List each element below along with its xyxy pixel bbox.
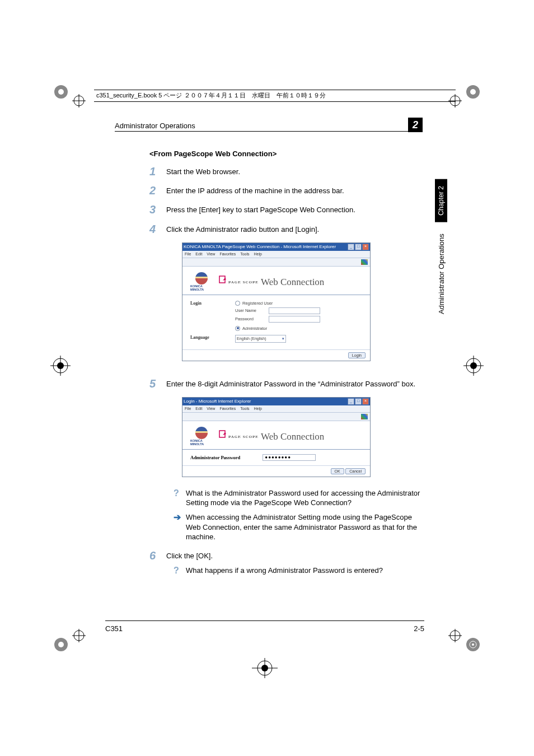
menu-favorites[interactable]: Favorites: [219, 407, 236, 410]
password-label: Password: [235, 316, 269, 321]
konica-minolta-logo: KONICA MINOLTA: [190, 427, 213, 446]
ie-titlebar: KONICA MINOLTA PageScope Web Connection …: [182, 243, 370, 251]
close-button[interactable]: ×: [362, 398, 369, 405]
menu-view[interactable]: View: [207, 407, 215, 410]
language-label: Language: [190, 335, 235, 343]
print-job-header: c351_security_E.book 5 ページ ２００７年４月１１日 水曜…: [94, 90, 456, 102]
username-label: User Name: [235, 308, 269, 313]
ie-menubar: File Edit View Favorites Tools Help: [182, 251, 370, 258]
svg-point-26: [261, 665, 268, 671]
ie-menubar: File Edit View Favorites Tools Help: [182, 405, 370, 413]
step-number: 3: [149, 204, 166, 215]
step-text: Click the [OK].: [166, 550, 213, 561]
menu-file[interactable]: File: [185, 407, 191, 410]
side-tab: Chapter 2 Administrator Operations: [435, 179, 447, 351]
svg-point-9: [470, 89, 476, 95]
admin-password-label: Administrator Password: [190, 455, 240, 460]
side-section-label: Administrator Operations: [437, 234, 446, 351]
menu-edit[interactable]: Edit: [195, 407, 202, 410]
menu-edit[interactable]: Edit: [195, 252, 202, 256]
note-question-1: ? What is the Administrator Password use…: [174, 488, 423, 508]
note-text: What happens if a wrong Administrator Pa…: [186, 566, 383, 576]
registered-user-label: Registered User: [242, 301, 273, 306]
step-4: 4 Click the Administrator radio button a…: [149, 223, 423, 235]
admin-password-input[interactable]: ●●●●●●●●: [263, 454, 316, 461]
step-2: 2 Enter the IP address of the machine in…: [149, 185, 423, 196]
pagescope-icon: [218, 430, 227, 441]
menu-help[interactable]: Help: [254, 407, 262, 410]
menu-file[interactable]: File: [185, 252, 191, 256]
step-number: 4: [149, 223, 166, 235]
step-text: Start the Web browser.: [166, 166, 240, 177]
ie-toolbar: [182, 413, 370, 421]
window-title: Login - Microsoft Internet Explorer: [184, 399, 251, 404]
ie-toolbar: [182, 258, 370, 267]
ie-flag-icon: [361, 414, 368, 419]
step-number: 1: [149, 166, 166, 177]
language-select[interactable]: English (English) ▾: [235, 335, 286, 343]
menu-tools[interactable]: Tools: [240, 407, 249, 410]
footer-model: C351: [105, 624, 123, 633]
svg-point-19: [58, 642, 64, 647]
menu-tools[interactable]: Tools: [240, 252, 249, 256]
administrator-label: Administrator: [242, 326, 267, 331]
note-answer-1: ➔ When accessing the Administrator Setti…: [174, 512, 423, 542]
ie-flag-icon: [361, 259, 368, 265]
ie-titlebar: Login - Microsoft Internet Explorer _ □ …: [182, 398, 370, 405]
page-content: Administrator Operations 2 <From PageSco…: [115, 118, 423, 575]
print-job-text: c351_security_E.book 5 ページ ２００７年４月１１日 水曜…: [96, 92, 326, 99]
step-text: Press the [Enter] key to start PageScope…: [166, 204, 355, 215]
crop-mark-mid-left: [50, 356, 76, 378]
menu-favorites[interactable]: Favorites: [219, 252, 236, 256]
pagescope-logo: PAGE SCOPEWeb Connection: [218, 430, 324, 442]
administrator-radio[interactable]: [235, 326, 240, 331]
crop-mark-bottom-right: [447, 619, 481, 655]
screenshot-login: KONICA MINOLTA PageScope Web Connection …: [182, 242, 371, 361]
step-text: Click the Administrator radio button and…: [166, 223, 319, 235]
note-question-2: ? What happens if a wrong Administrator …: [174, 566, 423, 576]
konica-minolta-logo: KONICA MINOLTA: [190, 272, 213, 291]
pagescope-header: KONICA MINOLTA PAGE SCOPEWeb Connection: [182, 421, 370, 450]
step-3: 3 Press the [Enter] key to start PageSco…: [149, 204, 423, 215]
step-number: 6: [149, 550, 166, 561]
svg-point-32: [472, 643, 474, 646]
minimize-button[interactable]: _: [348, 244, 354, 250]
minimize-button[interactable]: _: [348, 398, 354, 405]
chevron-down-icon: ▾: [282, 337, 284, 341]
window-title: KONICA MINOLTA PageScope Web Connection …: [184, 244, 336, 249]
pagescope-header: KONICA MINOLTA PAGE SCOPEWeb Connection: [182, 267, 370, 295]
maximize-button[interactable]: □: [355, 244, 362, 250]
crop-mark-bottom-center: [252, 658, 278, 680]
login-label: Login: [190, 301, 235, 333]
admin-password-row: Administrator Password ●●●●●●●●: [182, 450, 370, 465]
screenshot-password: Login - Microsoft Internet Explorer _ □ …: [182, 397, 371, 477]
login-button[interactable]: Login: [348, 352, 366, 358]
menu-view[interactable]: View: [207, 252, 215, 256]
ok-button[interactable]: OK: [331, 468, 344, 474]
login-footer: Login: [182, 349, 370, 361]
close-button[interactable]: ×: [362, 244, 369, 250]
footer-page-number: 2-5: [414, 624, 424, 633]
crop-mark-mid-right: [458, 356, 484, 378]
pagescope-logo: PAGE SCOPEWeb Connection: [218, 275, 324, 288]
password-footer: OK Cancel: [182, 465, 370, 477]
pagescope-icon: [218, 275, 227, 287]
username-input[interactable]: [269, 307, 320, 314]
window-buttons: _ □ ×: [348, 244, 369, 250]
step-5: 5 Enter the 8-digit Administrator Passwo…: [149, 378, 423, 389]
header-title: Administrator Operations: [115, 122, 195, 130]
password-input[interactable]: [269, 316, 320, 323]
note-text: What is the Administrator Password used …: [186, 488, 423, 508]
side-chapter-label: Chapter 2: [435, 179, 447, 222]
maximize-button[interactable]: □: [355, 398, 362, 405]
crop-mark-bottom-left: [53, 619, 87, 655]
login-form: Login Registered User User Name Password…: [182, 295, 370, 349]
registered-user-radio[interactable]: [235, 301, 240, 306]
step-text: Enter the 8-digit Administrator Password…: [166, 378, 415, 389]
page-header: Administrator Operations 2: [115, 118, 423, 132]
cancel-button[interactable]: Cancel: [345, 468, 366, 474]
crop-mark-top-left: [53, 84, 87, 120]
page-footer: C351 2-5: [105, 620, 424, 633]
menu-help[interactable]: Help: [254, 252, 262, 256]
chapter-badge: 2: [408, 118, 423, 132]
